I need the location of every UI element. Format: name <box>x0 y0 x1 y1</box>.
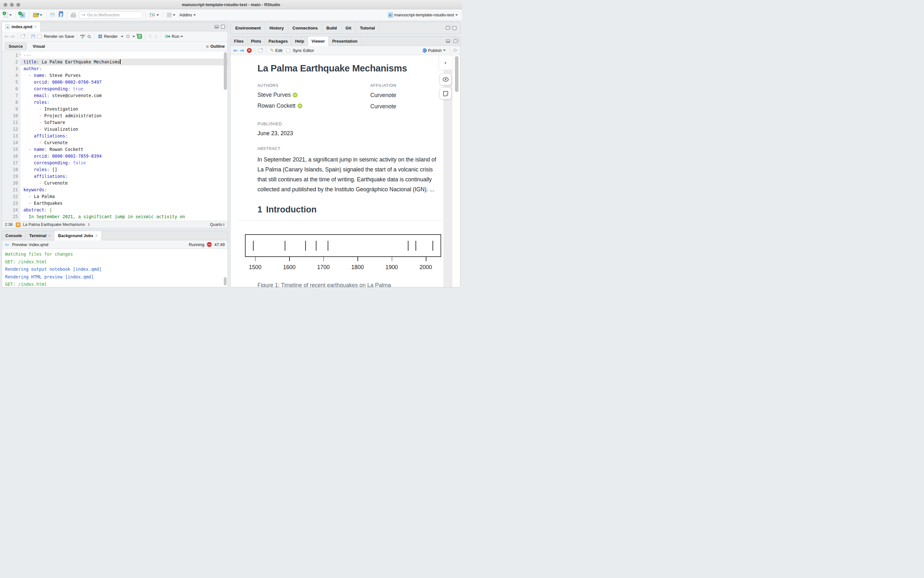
new-project-button[interactable]: R+ <box>19 12 26 18</box>
code-line[interactable]: roles: <box>21 99 228 106</box>
code-line[interactable]: affiliations: <box>21 133 228 140</box>
viewer-back-icon[interactable]: ⬅ <box>233 47 237 54</box>
render-button[interactable]: Render <box>98 33 119 39</box>
code-line[interactable]: - Software <box>21 119 228 126</box>
project-menu-button[interactable]: R manuscript-template-rstudio-test <box>387 12 459 18</box>
version-control-dropdown-caret[interactable] <box>156 15 159 17</box>
tab-packages[interactable]: Packages <box>265 37 291 45</box>
code-line[interactable]: corresponding: true <box>21 86 228 92</box>
tab-tutorial[interactable]: Tutorial <box>356 22 380 34</box>
tab-connections[interactable]: Connections <box>288 22 322 34</box>
gear-icon[interactable]: ⚙ <box>126 34 130 39</box>
addins-button[interactable]: Addins <box>179 12 197 18</box>
code-line[interactable]: corresponding: false <box>21 159 228 166</box>
code-line[interactable]: - Curvenote <box>21 180 228 187</box>
orcid-icon[interactable]: iD <box>298 104 303 108</box>
render-on-save-checkbox[interactable] <box>37 34 42 39</box>
code-line[interactable]: - Curvenote <box>21 140 228 146</box>
spellcheck-icon[interactable]: ABC✓ <box>80 34 85 39</box>
code-line[interactable]: - name: Steve Purves <box>21 72 228 79</box>
new-file-button[interactable]: + <box>3 12 13 18</box>
outline-button[interactable]: ≡ Outline <box>206 44 225 49</box>
tab-background-jobs[interactable]: Background Jobs× <box>55 231 101 240</box>
save-all-button[interactable] <box>58 12 64 18</box>
zoom-window-button[interactable] <box>16 3 20 7</box>
tab-files[interactable]: Files <box>231 37 247 45</box>
viewer-forward-icon[interactable]: ➡ <box>240 47 244 54</box>
run-next-icon[interactable]: ⇩ <box>154 34 158 39</box>
code-editor[interactable]: 1234567891011121314151617181920212223242… <box>2 51 228 221</box>
close-window-button[interactable] <box>3 3 7 7</box>
format-selector[interactable]: Quarto <box>210 222 225 227</box>
viewer-popout-icon[interactable] <box>259 49 263 52</box>
code-lines[interactable]: ---title: La Palma Earthquake Mechanisms… <box>21 51 228 221</box>
panes-dropdown-caret[interactable] <box>173 15 176 17</box>
publish-dropdown-caret[interactable] <box>443 50 446 52</box>
open-file-button[interactable]: ➔ <box>32 12 43 18</box>
workspace-panes-button[interactable] <box>166 12 176 18</box>
code-line[interactable]: In September 2021, a significant jump in… <box>21 213 228 220</box>
tab-plots[interactable]: Plots <box>247 37 265 45</box>
project-dropdown-caret[interactable] <box>455 15 458 17</box>
tab-help[interactable]: Help <box>291 37 308 45</box>
tab-environment[interactable]: Environment <box>231 22 265 34</box>
code-line[interactable]: affiliations: <box>21 173 228 180</box>
code-line[interactable]: title: La Palma Earthquake Mechanisms <box>21 58 228 65</box>
close-tab-icon[interactable]: × <box>95 233 98 238</box>
tab-git[interactable]: Git <box>342 22 356 34</box>
code-line[interactable]: - Project administration <box>21 112 228 119</box>
viewer-scrollbar[interactable] <box>455 56 459 92</box>
code-line[interactable]: --- <box>21 52 228 58</box>
jobs-back-icon[interactable]: ⬅ <box>5 242 9 248</box>
code-line[interactable]: the island of La Palma (Canary Islands, … <box>21 220 228 221</box>
gear-dropdown-caret[interactable] <box>132 36 135 39</box>
forward-icon[interactable]: ⇨ <box>11 34 15 39</box>
maximize-panel-icon[interactable] <box>452 26 457 30</box>
tab-index-qmd[interactable]: index.qmd × <box>2 22 41 31</box>
maximize-panel-icon[interactable] <box>221 25 225 29</box>
code-line[interactable]: orcid: 0000-0002-7859-8394 <box>21 153 228 159</box>
console-output[interactable]: Watching files for changesGET: /index.ht… <box>2 249 228 287</box>
code-line[interactable]: - name: Rowan Cockett <box>21 146 228 153</box>
edit-button[interactable]: ✎ Edit <box>269 47 283 54</box>
refresh-icon[interactable]: ⟳ <box>453 47 457 54</box>
tab-history[interactable]: History <box>265 22 288 34</box>
open-file-dropdown-caret[interactable] <box>40 15 42 17</box>
tab-console[interactable]: Console <box>2 231 26 240</box>
window-controls[interactable] <box>3 3 20 7</box>
orcid-icon[interactable]: iD <box>293 93 298 97</box>
code-line[interactable]: email: steve@curvenote.com <box>21 92 228 99</box>
minimize-window-button[interactable] <box>10 3 14 7</box>
code-line[interactable]: author: <box>21 65 228 72</box>
page-note-button[interactable] <box>439 88 451 99</box>
sync-editor-checkbox[interactable] <box>286 49 290 52</box>
goto-file-input[interactable]: ↪ Go to file/function <box>79 11 142 19</box>
code-line[interactable]: - La Palma <box>21 193 228 200</box>
insert-chunk-icon[interactable]: C <box>137 34 142 39</box>
tab-presentation[interactable]: Presentation <box>329 37 361 45</box>
tab-build[interactable]: Build <box>322 22 342 34</box>
run-button[interactable]: ➜ Run <box>164 33 184 39</box>
code-line[interactable]: - Visualization <box>21 126 228 133</box>
console-scrollbar[interactable] <box>224 277 227 286</box>
stop-job-icon[interactable]: STOP <box>207 242 211 247</box>
code-line[interactable]: keywords: <box>21 187 228 193</box>
save-button[interactable] <box>49 12 55 18</box>
code-line[interactable]: - Earthquakes <box>21 200 228 207</box>
minimize-panel-icon[interactable] <box>446 39 450 43</box>
code-line[interactable]: - Investigation <box>21 106 228 112</box>
open-in-new-window-icon[interactable] <box>21 35 25 38</box>
run-previous-icon[interactable]: ⇧ <box>148 34 152 39</box>
save-document-icon[interactable] <box>31 34 35 39</box>
new-file-dropdown-caret[interactable] <box>9 15 12 17</box>
code-line[interactable]: abstract: | <box>21 207 228 213</box>
version-control-button[interactable]: +−G <box>148 12 160 18</box>
annotation-sidebar-toggle[interactable]: ‹ <box>439 55 452 70</box>
tab-viewer[interactable]: Viewer <box>308 37 329 46</box>
print-button[interactable] <box>70 12 76 18</box>
addins-dropdown-caret[interactable] <box>193 15 196 17</box>
search-icon[interactable] <box>88 35 90 38</box>
close-tab-icon[interactable]: × <box>34 24 37 29</box>
editor-scrollbar[interactable] <box>224 52 227 90</box>
code-line[interactable]: roles: [] <box>21 166 228 173</box>
